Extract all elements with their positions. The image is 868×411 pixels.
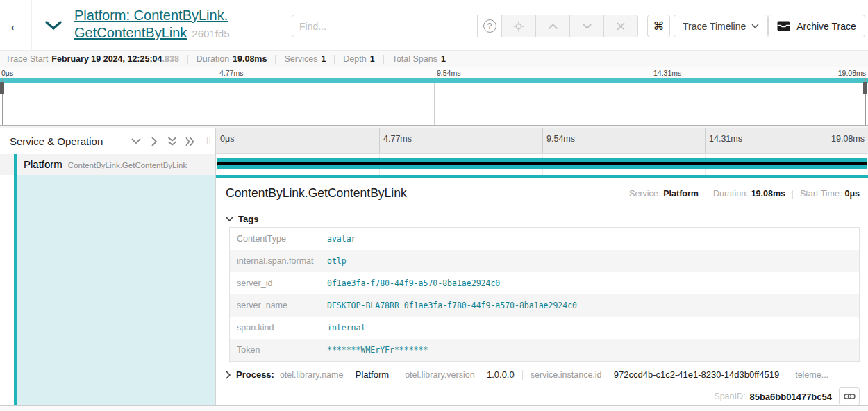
equals-sign: = <box>347 370 351 380</box>
copy-span-link-button[interactable] <box>839 387 860 405</box>
process-key: service.instance.id <box>531 370 602 380</box>
timeline-ruler: 0μs 4.77ms 9.54ms 14.31ms 19.08ms <box>216 128 868 154</box>
span-duration-bar[interactable] <box>217 158 867 169</box>
chevron-down-icon <box>131 138 141 144</box>
minimap-gridline <box>434 83 435 125</box>
minimap-gridline <box>651 83 651 125</box>
span-id-label: SpanID: <box>714 392 745 401</box>
trace-view-dropdown-label: Trace Timeline <box>683 21 746 32</box>
find-prev-button[interactable] <box>535 15 570 37</box>
trace-start-label: Trace Start <box>6 54 48 64</box>
keyboard-shortcuts-button[interactable]: ⌘ <box>647 15 670 37</box>
tag-key: server_id <box>230 278 327 288</box>
start-time-value: 0μs <box>844 189 860 199</box>
tag-key: Token <box>230 345 327 355</box>
minimap-tick: 9.54ms <box>437 69 460 77</box>
trace-title-link-line2[interactable]: GetContentByLink <box>74 25 187 40</box>
ruler-tick: 9.54ms <box>546 134 575 144</box>
service-value: Platform <box>663 189 699 199</box>
span-detail-panel: ContentByLink.GetContentByLink Service: … <box>216 175 868 405</box>
double-chevron-down-icon <box>167 137 177 146</box>
span-service-name: Platform <box>24 158 62 170</box>
minimap-ruler: 0μs 4.77ms 9.54ms 14.31ms 19.08ms <box>0 67 868 78</box>
archive-trace-label: Archive Trace <box>796 21 856 32</box>
tag-value: avatar <box>327 234 356 244</box>
divider <box>792 190 793 199</box>
find-locate-button[interactable] <box>501 15 536 37</box>
trace-id-short: 2601fd5 <box>192 28 229 40</box>
back-arrow-icon: ← <box>8 17 23 34</box>
total-spans-value: 1 <box>441 54 446 64</box>
ruler-tick: 14.31ms <box>709 134 742 144</box>
tags-section-label: Tags <box>238 214 258 224</box>
minimap-left-scrubber-handle[interactable] <box>0 82 4 94</box>
ruler-tick: 4.77ms <box>383 134 412 144</box>
minimap-right-scrubber-handle[interactable] <box>863 82 867 94</box>
chevron-down-icon <box>226 217 233 222</box>
process-value: 1.0.0.0 <box>487 369 515 380</box>
trace-title-link-line1[interactable]: Platform: ContentByLink. <box>74 8 228 23</box>
span-detail-header: ContentByLink.GetContentByLink Service: … <box>226 186 860 208</box>
span-id-row: SpanID: 85ba6bb01477bc54 <box>714 387 860 405</box>
process-label: Process: <box>236 369 274 380</box>
trace-collapse-toggle[interactable] <box>40 17 67 35</box>
command-icon: ⌘ <box>653 19 665 33</box>
archive-trace-button[interactable]: Archive Trace <box>768 15 865 37</box>
span-detail-title: ContentByLink.GetContentByLink <box>226 186 407 200</box>
chevron-up-icon <box>548 23 558 30</box>
trace-start-value: February 19 2024, 12:25:04 <box>51 54 162 64</box>
span-operation-name: ContentByLink.GetContentByLink <box>68 161 187 169</box>
back-button[interactable]: ← <box>0 0 32 51</box>
tree-controls <box>131 128 196 154</box>
find-toolbar: ? <box>292 15 638 37</box>
divider <box>397 370 397 380</box>
jaeger-trace-page: ← Platform: ContentByLink. GetContentByL… <box>0 0 868 411</box>
ruler-gridline <box>705 128 706 153</box>
trace-title: Platform: ContentByLink. GetContentByLin… <box>74 7 230 42</box>
collapse-all-button[interactable] <box>167 136 178 147</box>
service-operation-header: Service & Operation <box>0 128 215 154</box>
process-key: otel.library.name <box>280 370 343 380</box>
expand-all-button[interactable] <box>185 136 196 147</box>
close-icon <box>617 22 625 31</box>
column-resizer-handle[interactable]: || <box>206 136 212 147</box>
tag-row[interactable]: server_id 0f1ae3fa-f780-44f9-a570-8ba1ae… <box>230 272 859 294</box>
tag-row[interactable]: internal.span.format otlp <box>230 250 859 272</box>
find-next-button[interactable] <box>569 15 604 37</box>
collapse-one-button[interactable] <box>131 136 142 147</box>
divider <box>787 370 787 380</box>
duration-value: 19.08ms <box>751 189 785 199</box>
divider <box>706 190 706 199</box>
span-row-name-cell[interactable]: PlatformContentByLink.GetContentByLink <box>0 154 215 175</box>
ruler-gridline <box>542 128 543 153</box>
tag-row[interactable]: server_name DESKTOP-BLA78RR_0f1ae3fa-f78… <box>230 294 859 317</box>
service-label: Service: <box>629 189 660 199</box>
find-help-button[interactable]: ? <box>477 15 502 37</box>
span-bar-bottom <box>217 165 867 169</box>
span-row-timeline-cell[interactable] <box>216 154 868 175</box>
tag-row[interactable]: ContentType avatar <box>230 228 859 250</box>
chevron-right-icon <box>151 137 158 146</box>
minimap-canvas[interactable] <box>0 78 868 126</box>
divider <box>334 55 335 64</box>
tag-value: internal <box>327 323 365 333</box>
minimap-tick: 14.31ms <box>653 69 681 77</box>
process-section-toggle[interactable]: Process: otel.library.name = Platform ot… <box>226 369 861 380</box>
tag-value: DESKTOP-BLA78RR_0f1ae3fa-f780-44f9-a570-… <box>327 301 577 310</box>
process-item: service.instance.id = 972ccd4b-c1c2-41e1… <box>531 369 779 380</box>
expand-one-button[interactable] <box>149 136 160 147</box>
tag-row[interactable]: Token *******WMErYFr******* <box>230 339 859 361</box>
minimap-tick: 19.08ms <box>838 69 866 77</box>
tag-row[interactable]: span.kind internal <box>230 317 859 339</box>
tags-section-toggle[interactable]: Tags <box>226 214 258 224</box>
span-detail-highlight[interactable] <box>17 175 215 405</box>
span-detail-left-gutter <box>0 175 215 405</box>
ruler-tick: 19.08ms <box>831 134 865 144</box>
trace-view-dropdown[interactable]: Trace Timeline <box>674 15 768 37</box>
tag-key: ContentType <box>230 234 327 244</box>
services-value: 1 <box>321 54 326 64</box>
find-input[interactable] <box>292 15 478 37</box>
find-clear-button[interactable] <box>603 15 638 37</box>
chevron-down-icon <box>44 19 63 32</box>
minimap-span-bar <box>0 78 868 83</box>
